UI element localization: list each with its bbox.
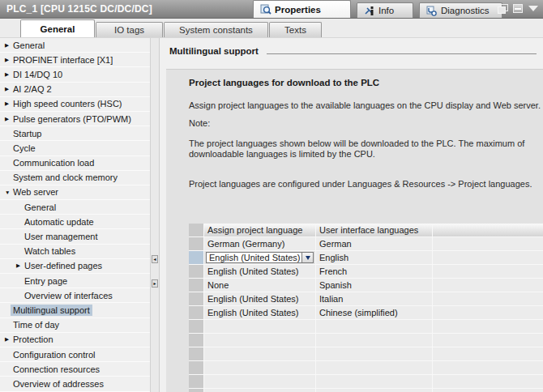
table-cell-project-language[interactable] xyxy=(204,334,315,347)
table-cell-project-language[interactable]: English (United States) xyxy=(204,292,315,305)
sidebar-item-general[interactable]: General xyxy=(0,200,150,215)
row-selector[interactable] xyxy=(189,389,203,392)
table-cell-empty[interactable] xyxy=(433,389,543,392)
tab-io-tags[interactable]: IO tags xyxy=(96,22,163,37)
row-selector[interactable] xyxy=(189,361,203,374)
table-cell-empty[interactable] xyxy=(433,265,543,278)
table-cell-project-language[interactable] xyxy=(204,375,315,388)
column-header-assign-project-language[interactable]: Assign project language xyxy=(204,224,315,236)
sidebar-item-time-of-day[interactable]: Time of day xyxy=(0,318,150,333)
table-cell-ui-language[interactable] xyxy=(316,361,432,374)
table-cell-project-language[interactable] xyxy=(204,389,315,392)
table-cell-ui-language[interactable]: French xyxy=(316,265,432,278)
sidebar-item-multilingual-support[interactable]: Multilingual support xyxy=(0,303,150,317)
table-cell-empty[interactable] xyxy=(433,347,543,360)
float-window-icon[interactable] xyxy=(498,4,507,13)
sidebar-item-di-14-dq-10[interactable]: ▶DI 14/DQ 10 xyxy=(0,67,150,82)
row-selector[interactable] xyxy=(189,279,203,292)
sidebar-item-automatic-update[interactable]: Automatic update xyxy=(0,215,150,229)
chevron-right-icon[interactable]: ▶ xyxy=(0,42,11,49)
sidebar-item-configuration-control[interactable]: Configuration control xyxy=(0,347,150,362)
sidebar-item-profinet-interface-x1[interactable]: ▶PROFINET interface [X1] xyxy=(0,53,150,67)
sidebar-item-entry-page[interactable]: Entry page xyxy=(0,274,150,288)
table-cell-ui-language[interactable] xyxy=(316,375,432,388)
table-cell-empty[interactable] xyxy=(433,334,543,347)
chevron-right-icon[interactable]: ▶ xyxy=(0,336,11,343)
sidebar-item-web-server[interactable]: ▼Web server xyxy=(0,185,150,200)
tab-info[interactable]: Info xyxy=(357,2,413,18)
chevron-right-icon[interactable]: ▶ xyxy=(0,116,11,122)
table-cell-empty[interactable] xyxy=(433,306,543,319)
chevron-right-icon[interactable]: ▶ xyxy=(0,57,11,63)
column-header-user-interface-languages[interactable]: User interface languages xyxy=(316,224,432,236)
chevron-down-icon[interactable] xyxy=(528,6,538,11)
row-selector[interactable] xyxy=(189,292,203,305)
tab-texts[interactable]: Texts xyxy=(269,22,322,37)
sidebar-item-communication-load[interactable]: Communication load xyxy=(0,156,150,171)
sidebar-item-system-and-clock-memory[interactable]: System and clock memory xyxy=(0,171,150,185)
pane-splitter[interactable]: ◄ ► xyxy=(151,38,160,392)
sidebar-item-ai-2-aq-2[interactable]: ▶AI 2/AQ 2 xyxy=(0,83,150,97)
table-cell-project-language[interactable]: English (United States) xyxy=(204,265,315,278)
table-cell-empty[interactable] xyxy=(433,320,543,333)
table-cell-project-language[interactable] xyxy=(204,320,315,333)
sidebar-item-cycle[interactable]: Cycle xyxy=(0,141,150,156)
table-cell-empty[interactable] xyxy=(433,361,543,374)
collapse-right-icon[interactable]: ► xyxy=(152,279,158,288)
sidebar-item-user-management[interactable]: User management xyxy=(0,229,150,244)
table-cell-ui-language[interactable]: Spanish xyxy=(316,279,432,292)
row-selector[interactable] xyxy=(189,265,203,278)
table-cell-ui-language[interactable] xyxy=(316,334,432,347)
sidebar-item-user-defined-pages[interactable]: ▶User-defined pages xyxy=(0,259,150,274)
row-selector[interactable] xyxy=(189,306,203,319)
table-cell-project-language[interactable]: English (United States) xyxy=(204,306,315,319)
table-cell-ui-language[interactable]: Italian xyxy=(316,292,432,305)
sidebar-item-overview-of-addresses[interactable]: Overview of addresses xyxy=(0,377,150,391)
row-selector[interactable] xyxy=(189,347,203,360)
project-language-combobox[interactable]: English (United States) xyxy=(206,252,314,263)
row-selector[interactable] xyxy=(189,320,203,333)
sidebar-item-protection[interactable]: ▶Protection xyxy=(0,333,150,347)
table-cell-ui-language[interactable]: Chinese (simplified) xyxy=(316,306,432,319)
collapse-panel-icon[interactable] xyxy=(513,4,523,13)
row-selector[interactable] xyxy=(189,251,203,264)
sidebar-item-overview-of-interfaces[interactable]: Overview of interfaces xyxy=(0,288,150,303)
table-cell-ui-language[interactable]: English xyxy=(316,251,432,264)
chevron-right-icon[interactable]: ▶ xyxy=(0,71,11,78)
table-cell-ui-language[interactable] xyxy=(316,347,432,360)
row-selector[interactable] xyxy=(189,375,203,388)
table-corner-header[interactable] xyxy=(189,224,203,236)
sidebar-item-watch-tables[interactable]: Watch tables xyxy=(0,245,150,259)
table-cell-project-language[interactable]: None xyxy=(204,279,315,292)
sidebar-item-pulse-generators-pto-pwm[interactable]: ▶Pulse generators (PTO/PWM) xyxy=(0,112,150,126)
sidebar-item-general[interactable]: ▶General xyxy=(0,38,150,53)
table-cell-empty[interactable] xyxy=(433,375,543,388)
tab-properties[interactable]: Properties xyxy=(253,0,351,18)
table-cell-ui-language[interactable]: German xyxy=(316,237,432,250)
table-cell-project-language[interactable] xyxy=(204,347,315,360)
table-cell-empty[interactable] xyxy=(433,237,543,250)
table-cell-project-language[interactable]: German (Germany) xyxy=(204,237,315,250)
collapse-left-icon[interactable]: ◄ xyxy=(152,255,158,263)
table-cell-empty[interactable] xyxy=(433,251,543,264)
sidebar-item-high-speed-counters-hsc[interactable]: ▶High speed counters (HSC) xyxy=(0,97,150,112)
column-header-empty-2[interactable] xyxy=(433,224,543,236)
row-selector[interactable] xyxy=(189,237,203,250)
table-cell-project-language[interactable]: English (United States) xyxy=(204,251,315,264)
chevron-down-icon[interactable]: ▼ xyxy=(0,190,11,195)
row-selector[interactable] xyxy=(189,334,203,347)
sidebar-item-startup[interactable]: Startup xyxy=(0,126,150,141)
table-cell-project-language[interactable] xyxy=(204,361,315,374)
table-cell-ui-language[interactable] xyxy=(316,389,432,392)
combobox-dropdown-icon[interactable] xyxy=(301,253,313,262)
table-cell-ui-language[interactable] xyxy=(316,320,432,333)
chevron-right-icon[interactable]: ▶ xyxy=(11,262,22,269)
chevron-right-icon[interactable]: ▶ xyxy=(0,86,11,92)
tab-general[interactable]: General xyxy=(20,19,95,37)
table-cell-empty[interactable] xyxy=(433,292,543,305)
sidebar-item-connection-resources[interactable]: Connection resources xyxy=(0,362,150,377)
chevron-right-icon[interactable]: ▶ xyxy=(0,100,11,107)
table-cell-empty[interactable] xyxy=(433,279,543,292)
tab-diagnostics[interactable]: Diagnostics xyxy=(419,2,502,18)
tab-system-constants[interactable]: System constants xyxy=(164,22,268,37)
